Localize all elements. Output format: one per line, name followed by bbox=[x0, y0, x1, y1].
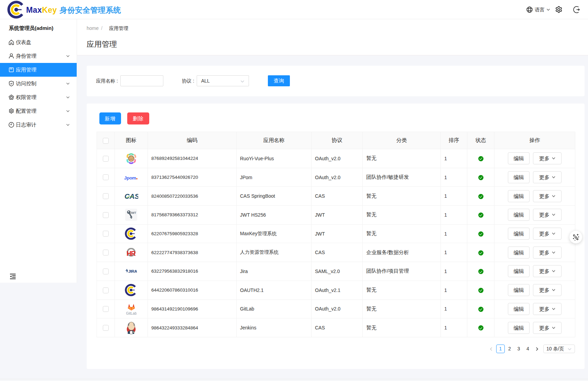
svg-text:JIRA: JIRA bbox=[128, 269, 137, 274]
svg-text:HR: HR bbox=[127, 250, 136, 257]
svg-text:Jpom: Jpom bbox=[124, 175, 136, 180]
svg-text:GitLab: GitLab bbox=[126, 311, 137, 315]
svg-text:JWT: JWT bbox=[130, 212, 136, 215]
svg-text:CAS: CAS bbox=[124, 192, 138, 200]
